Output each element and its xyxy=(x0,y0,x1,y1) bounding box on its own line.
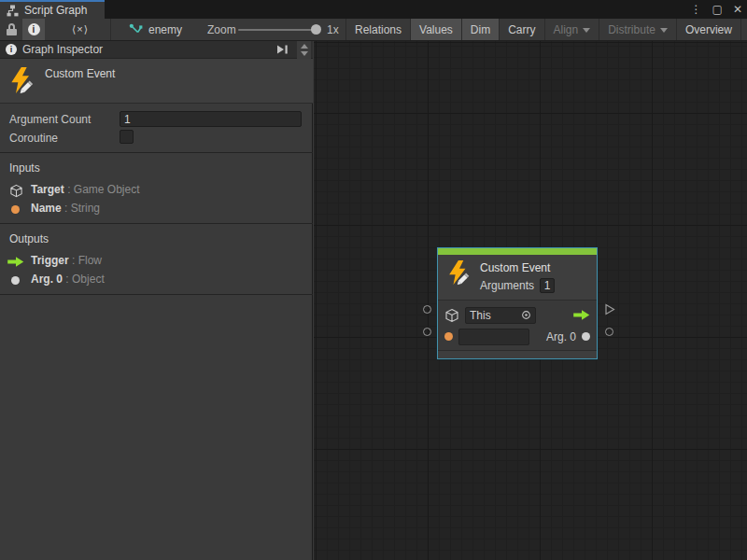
flow-arrow-icon xyxy=(7,257,24,267)
window-controls: ⋮ ▢ ✕ xyxy=(691,0,742,19)
dock-panel-icon[interactable] xyxy=(276,44,289,55)
argument-count-field[interactable] xyxy=(120,111,302,127)
custom-event-node[interactable]: Custom Event Arguments 1 This xyxy=(437,247,598,359)
title-bar: Script Graph ⋮ ▢ ✕ xyxy=(0,0,747,19)
port-name: Target xyxy=(31,183,64,196)
input-port-target[interactable] xyxy=(423,305,431,314)
node-event-color-bar xyxy=(438,248,597,255)
inspector-header: i Graph Inspector xyxy=(0,41,313,59)
overview-button[interactable]: Overview xyxy=(676,19,740,40)
arg0-output-port-icon[interactable] xyxy=(582,332,590,341)
node-arguments-field[interactable]: 1 xyxy=(540,278,555,293)
node-footer xyxy=(438,350,597,358)
port-type: : Object xyxy=(65,273,104,286)
port-type: : String xyxy=(64,202,100,215)
arg0-label: Arg. 0 xyxy=(546,330,576,343)
variables-button[interactable]: ⟨×⟩ xyxy=(63,19,97,40)
section-divider xyxy=(0,223,313,224)
align-dropdown[interactable]: Align xyxy=(544,19,599,40)
toolbar-divider xyxy=(110,19,111,40)
values-button[interactable]: Values xyxy=(410,19,461,40)
graph-icon xyxy=(7,5,19,17)
port-type: : Flow xyxy=(72,254,102,267)
zoom-label: Zoom xyxy=(207,23,236,36)
tab-title: Script Graph xyxy=(24,4,87,17)
node-row-arg0: Arg. 0 xyxy=(444,326,590,347)
graph-canvas[interactable]: Custom Event Arguments 1 This xyxy=(314,41,747,560)
zoom-value: 1x xyxy=(327,23,339,36)
trigger-flow-arrow-icon[interactable] xyxy=(573,310,590,320)
window-menu-icon[interactable]: ⋮ xyxy=(691,3,702,16)
distribute-dropdown[interactable]: Distribute xyxy=(599,19,676,40)
info-icon: i xyxy=(28,23,40,35)
dim-button[interactable]: Dim xyxy=(461,19,499,40)
port-name: Name xyxy=(31,202,62,215)
node-body: This Ar xyxy=(438,300,597,350)
section-divider xyxy=(0,294,313,295)
custom-event-icon xyxy=(9,67,35,93)
node-row-target: This xyxy=(444,304,590,326)
script-graph-asset-icon xyxy=(129,23,143,35)
tab-script-graph[interactable]: Script Graph xyxy=(0,0,105,19)
inspector-toggle-button[interactable]: i xyxy=(22,19,45,40)
output-row-arg0: Arg. 0 : Object xyxy=(0,273,313,289)
fullscreen-button[interactable]: Full Screen xyxy=(740,19,747,40)
coroutine-checkbox[interactable] xyxy=(120,130,134,144)
output-port-arg0[interactable] xyxy=(605,328,613,336)
info-icon: i xyxy=(6,44,17,55)
chevron-down-icon xyxy=(583,28,590,33)
flow-port-triangle-icon xyxy=(604,303,615,315)
relations-button[interactable]: Relations xyxy=(345,19,410,40)
script-graph-window: Script Graph ⋮ ▢ ✕ i ⟨×⟩ enemy Zoom xyxy=(0,0,747,560)
input-row-target: Target : Game Object xyxy=(0,183,313,200)
scroll-up-icon[interactable] xyxy=(301,44,308,49)
event-name-input[interactable] xyxy=(458,329,529,345)
section-divider xyxy=(0,152,313,153)
unit-title: Custom Event xyxy=(45,67,115,80)
target-value: This xyxy=(470,309,517,322)
inputs-heading: Inputs xyxy=(9,161,40,175)
zoom-slider-handle[interactable] xyxy=(311,24,321,35)
name-input-port-icon[interactable] xyxy=(444,332,453,341)
cube-icon xyxy=(444,308,459,323)
outputs-heading: Outputs xyxy=(9,232,49,245)
coroutine-label: Coroutine xyxy=(9,132,58,145)
chevron-down-icon xyxy=(660,28,668,33)
output-row-trigger: Trigger : Flow xyxy=(0,254,313,271)
close-icon[interactable]: ✕ xyxy=(733,3,742,16)
zoom-slider-track[interactable] xyxy=(238,29,320,31)
toolbar-button-group: Relations Values Dim Carry Align Distrib… xyxy=(345,19,747,40)
unit-header: Custom Event xyxy=(0,59,313,104)
target-object-picker[interactable]: This xyxy=(465,307,536,324)
toolbar: i ⟨×⟩ enemy Zoom 1x Relations Values Dim… xyxy=(0,19,747,41)
custom-event-icon xyxy=(447,260,472,285)
input-row-name: Name : String xyxy=(0,202,313,218)
graph-inspector-panel: i Graph Inspector Custom Event xyxy=(0,41,313,560)
node-arguments-label: Arguments xyxy=(480,279,534,292)
argument-count-label: Argument Count xyxy=(9,113,91,126)
object-picker-icon[interactable] xyxy=(521,310,531,320)
maximize-icon[interactable]: ▢ xyxy=(712,3,723,16)
input-port-name[interactable] xyxy=(423,328,431,336)
variables-icon: ⟨×⟩ xyxy=(72,23,89,35)
graph-breadcrumb[interactable]: enemy xyxy=(129,19,182,40)
node-header[interactable]: Custom Event Arguments 1 xyxy=(438,255,597,300)
node-title: Custom Event xyxy=(480,261,555,274)
port-type: : Game Object xyxy=(67,183,139,196)
carry-button[interactable]: Carry xyxy=(499,19,543,40)
inspector-title: Graph Inspector xyxy=(22,43,103,56)
object-port-icon xyxy=(11,276,20,285)
scroll-down-icon[interactable] xyxy=(301,51,308,56)
inspector-scroll-spinner[interactable] xyxy=(297,41,311,59)
port-name: Trigger xyxy=(31,254,69,267)
output-port-trigger[interactable] xyxy=(604,303,615,318)
lock-button[interactable] xyxy=(7,23,17,35)
string-port-icon xyxy=(11,205,20,214)
port-name: Arg. 0 xyxy=(31,273,63,286)
graph-name-label: enemy xyxy=(148,23,182,36)
cube-icon xyxy=(9,184,23,198)
